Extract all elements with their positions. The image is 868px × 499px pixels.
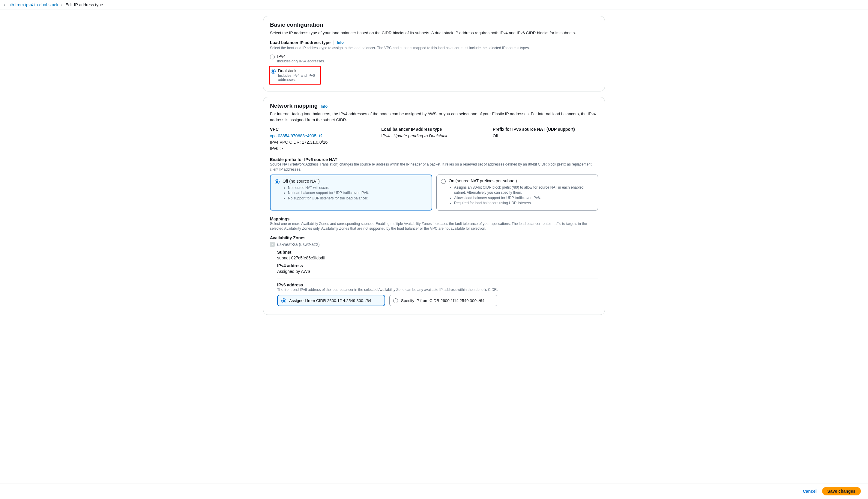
breadcrumb-parent[interactable]: nlb-from-ipv4-to-dual-stack <box>9 2 59 7</box>
vpc-block: VPC vpc-03854f970683e4905 IPv4 VPC CIDR:… <box>270 127 375 152</box>
mappings-label: Mappings <box>270 217 598 221</box>
tile-off-title: Off (no source NAT) <box>282 179 427 184</box>
info-link[interactable]: Info <box>337 40 344 45</box>
basic-config-panel: Basic configuration Select the IP addres… <box>263 16 605 92</box>
tile-on-title: On (source NAT prefixes per subnet) <box>449 179 594 183</box>
chevron-right-icon: › <box>61 3 63 7</box>
ipv6-address-helper: The front-end IPv6 address of the load b… <box>277 287 598 292</box>
radio-icon <box>441 179 446 184</box>
basic-config-title: Basic configuration <box>270 22 598 28</box>
breadcrumb-current: Edit IP address type <box>66 2 103 7</box>
az-name: us-west-2a (usw2-az2) <box>277 242 320 247</box>
source-nat-label: Enable prefix for IPv6 source NAT <box>270 157 598 162</box>
vpc-link[interactable]: vpc-03854f970683e4905 <box>270 133 316 138</box>
vpc-label: VPC <box>270 127 375 132</box>
radio-icon <box>270 54 275 59</box>
ip-type-value-prefix: IPv4 - <box>381 133 393 138</box>
divider <box>277 279 598 279</box>
breadcrumb: › nlb-from-ipv4-to-dual-stack › Edit IP … <box>0 0 868 10</box>
prefix-nat-label: Prefix for IPv6 source NAT (UDP support) <box>493 127 598 132</box>
prefix-nat-block: Prefix for IPv6 source NAT (UDP support)… <box>493 127 598 152</box>
tile-off-source-nat[interactable]: Off (no source NAT) No source NAT will o… <box>270 174 432 210</box>
ip-type-label: Load balancer IP address type <box>270 40 331 45</box>
radio-icon <box>271 69 276 74</box>
subnet-value: subnet-027c5fe86c9fcbdff <box>277 256 598 260</box>
network-mapping-title: Network mapping <box>270 102 318 109</box>
external-link-icon <box>319 133 322 137</box>
network-mapping-panel: Network mapping Info For internet-facing… <box>263 97 605 315</box>
radio-ipv4-label: IPv4 <box>277 54 325 59</box>
radio-ipv4-sub: Includes only IPv4 addresses. <box>277 59 325 63</box>
ip-type-value-pending: Update pending to Dualstack <box>393 133 448 138</box>
ipv4-address-label: IPv4 address <box>277 263 598 268</box>
tile-ipv6-assigned-title: Assigned from CIDR 2600:1f14:2549:300::/… <box>289 299 371 303</box>
tile-on-bullets: Assigns an 80-bit CIDR block prefix (/80… <box>449 185 594 206</box>
tile-off-bullets: No source NAT will occur. No load balanc… <box>282 185 427 201</box>
radio-icon <box>393 299 398 303</box>
vpc-ipv6: IPv6 : - <box>270 145 375 152</box>
radio-dualstack-sub: Includes IPv4 and IPv6 addresses. <box>278 73 319 82</box>
info-link[interactable]: Info <box>321 104 328 109</box>
radio-icon <box>281 299 286 303</box>
tile-ipv6-specify-title: Specify IP from CIDR 2600:1f14:2549:300:… <box>401 299 485 303</box>
az-checkbox-row[interactable]: ✓ us-west-2a (usw2-az2) <box>270 242 598 247</box>
ip-type-block: Load balancer IP address type IPv4 - Upd… <box>381 127 487 152</box>
ipv4-address-value: Assigned by AWS <box>277 269 598 274</box>
prefix-nat-value: Off <box>493 133 598 139</box>
mappings-helper: Select one or more Availability Zones an… <box>270 221 598 232</box>
radio-ipv4[interactable]: IPv4 Includes only IPv4 addresses. <box>270 53 598 64</box>
ipv6-address-label: IPv6 address <box>277 282 598 287</box>
subnet-label: Subnet <box>277 250 598 255</box>
divider <box>333 40 334 45</box>
radio-dualstack-label: Dualstack <box>278 69 319 73</box>
vpc-ipv4-cidr: IPv4 VPC CIDR: 172.31.0.0/16 <box>270 139 375 145</box>
basic-config-desc: Select the IP address type of your load … <box>270 30 598 36</box>
tile-on-source-nat[interactable]: On (source NAT prefixes per subnet) Assi… <box>437 174 598 210</box>
radio-icon <box>275 179 280 184</box>
checkbox-checked-disabled-icon: ✓ <box>270 242 275 247</box>
tile-ipv6-specify[interactable]: Specify IP from CIDR 2600:1f14:2549:300:… <box>389 295 497 306</box>
tile-ipv6-assigned[interactable]: Assigned from CIDR 2600:1f14:2549:300::/… <box>277 295 385 306</box>
source-nat-helper: Source NAT (Network Address Translation)… <box>270 162 598 172</box>
network-mapping-desc: For internet-facing load balancers, the … <box>270 111 598 123</box>
chevron-right-icon: › <box>4 3 5 7</box>
ip-type-helper: Select the front-end IP address type to … <box>270 46 598 51</box>
radio-dualstack[interactable]: Dualstack Includes IPv4 and IPv6 address… <box>269 66 321 85</box>
az-label: Availability Zones <box>270 235 598 240</box>
ip-type-block-label: Load balancer IP address type <box>381 127 487 132</box>
